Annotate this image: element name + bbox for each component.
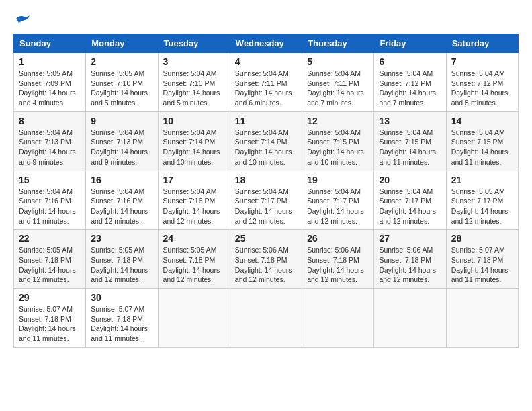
sunset-text: Sunset: 7:11 PM — [235, 79, 287, 87]
sunrise-text: Sunrise: 5:04 AM — [379, 69, 433, 77]
weekday-header-wednesday: Wednesday — [230, 34, 302, 53]
daylight-text: Daylight: 14 hours and 12 minutes. — [19, 266, 76, 284]
logo — [13, 13, 30, 27]
daylight-text: Daylight: 14 hours and 12 minutes. — [379, 266, 436, 284]
day-number: 6 — [379, 56, 441, 67]
sunset-text: Sunset: 7:17 PM — [307, 197, 359, 205]
sunrise-text: Sunrise: 5:07 AM — [451, 246, 505, 254]
calendar-cell — [446, 289, 518, 348]
daylight-text: Daylight: 14 hours and 10 minutes. — [163, 148, 220, 166]
day-number: 11 — [235, 116, 297, 126]
sunset-text: Sunset: 7:17 PM — [379, 197, 431, 205]
calendar-cell: 21 Sunrise: 5:05 AM Sunset: 7:17 PM Dayl… — [446, 171, 518, 230]
calendar-week-row: 8 Sunrise: 5:04 AM Sunset: 7:13 PM Dayli… — [14, 111, 519, 171]
sunrise-text: Sunrise: 5:04 AM — [307, 128, 361, 136]
calendar-cell: 24 Sunrise: 5:05 AM Sunset: 7:18 PM Dayl… — [158, 230, 230, 289]
sunset-text: Sunset: 7:16 PM — [163, 197, 216, 205]
weekday-header-saturday: Saturday — [446, 34, 518, 53]
daylight-text: Daylight: 14 hours and 12 minutes. — [91, 266, 148, 284]
day-info: Sunrise: 5:04 AM Sunset: 7:13 PM Dayligh… — [91, 128, 152, 167]
day-number: 3 — [163, 56, 225, 67]
daylight-text: Daylight: 14 hours and 12 minutes. — [307, 266, 364, 284]
sunset-text: Sunset: 7:15 PM — [451, 138, 504, 146]
sunset-text: Sunset: 7:18 PM — [235, 256, 287, 264]
day-number: 12 — [307, 116, 369, 126]
day-info: Sunrise: 5:04 AM Sunset: 7:10 PM Dayligh… — [163, 68, 225, 108]
sunrise-text: Sunrise: 5:04 AM — [235, 128, 289, 136]
day-info: Sunrise: 5:04 AM Sunset: 7:15 PM Dayligh… — [307, 128, 369, 167]
weekday-header-monday: Monday — [86, 34, 158, 53]
day-info: Sunrise: 5:04 AM Sunset: 7:12 PM Dayligh… — [379, 68, 441, 108]
sunrise-text: Sunrise: 5:04 AM — [163, 187, 217, 195]
weekday-header-row: SundayMondayTuesdayWednesdayThursdayFrid… — [14, 34, 519, 53]
calendar-cell: 5 Sunrise: 5:04 AM Sunset: 7:11 PM Dayli… — [302, 53, 374, 112]
daylight-text: Daylight: 14 hours and 10 minutes. — [307, 148, 364, 166]
day-number: 14 — [451, 116, 513, 126]
calendar-cell: 15 Sunrise: 5:04 AM Sunset: 7:16 PM Dayl… — [14, 171, 86, 230]
calendar-cell: 13 Sunrise: 5:04 AM Sunset: 7:15 PM Dayl… — [374, 111, 446, 171]
daylight-text: Daylight: 14 hours and 12 minutes. — [235, 266, 292, 284]
day-number: 19 — [307, 175, 369, 185]
calendar-cell: 12 Sunrise: 5:04 AM Sunset: 7:15 PM Dayl… — [302, 111, 374, 171]
sunrise-text: Sunrise: 5:06 AM — [379, 246, 433, 254]
sunrise-text: Sunrise: 5:04 AM — [235, 187, 289, 195]
day-number: 28 — [451, 233, 513, 244]
day-number: 22 — [19, 233, 81, 244]
day-info: Sunrise: 5:04 AM Sunset: 7:13 PM Dayligh… — [19, 128, 81, 167]
weekday-header-thursday: Thursday — [302, 34, 374, 53]
day-number: 9 — [91, 116, 152, 126]
daylight-text: Daylight: 14 hours and 11 minutes. — [451, 266, 508, 284]
daylight-text: Daylight: 14 hours and 12 minutes. — [451, 207, 508, 225]
sunrise-text: Sunrise: 5:07 AM — [19, 305, 73, 313]
sunset-text: Sunset: 7:18 PM — [163, 256, 216, 264]
day-number: 20 — [379, 175, 441, 185]
sunrise-text: Sunrise: 5:05 AM — [91, 246, 144, 254]
daylight-text: Daylight: 14 hours and 7 minutes. — [307, 89, 364, 107]
day-info: Sunrise: 5:05 AM Sunset: 7:18 PM Dayligh… — [91, 245, 152, 285]
sunrise-text: Sunrise: 5:06 AM — [307, 246, 361, 254]
calendar-cell: 3 Sunrise: 5:04 AM Sunset: 7:10 PM Dayli… — [158, 53, 230, 112]
sunset-text: Sunset: 7:16 PM — [19, 197, 71, 205]
daylight-text: Daylight: 14 hours and 6 minutes. — [235, 89, 292, 107]
calendar-cell: 23 Sunrise: 5:05 AM Sunset: 7:18 PM Dayl… — [86, 230, 158, 289]
sunrise-text: Sunrise: 5:04 AM — [163, 128, 217, 136]
daylight-text: Daylight: 14 hours and 10 minutes. — [235, 148, 292, 166]
day-info: Sunrise: 5:06 AM Sunset: 7:18 PM Dayligh… — [235, 245, 297, 285]
sunrise-text: Sunrise: 5:05 AM — [19, 69, 73, 77]
day-number: 29 — [19, 292, 81, 303]
daylight-text: Daylight: 14 hours and 12 minutes. — [91, 207, 148, 225]
calendar-cell: 29 Sunrise: 5:07 AM Sunset: 7:18 PM Dayl… — [14, 289, 86, 348]
sunset-text: Sunset: 7:14 PM — [163, 138, 216, 146]
sunset-text: Sunset: 7:15 PM — [307, 138, 359, 146]
day-info: Sunrise: 5:04 AM Sunset: 7:11 PM Dayligh… — [307, 68, 369, 108]
weekday-header-friday: Friday — [374, 34, 446, 53]
sunrise-text: Sunrise: 5:05 AM — [163, 246, 217, 254]
sunset-text: Sunset: 7:18 PM — [19, 256, 71, 264]
sunset-text: Sunset: 7:17 PM — [451, 197, 504, 205]
day-number: 26 — [307, 233, 369, 244]
day-number: 10 — [163, 116, 225, 126]
day-number: 1 — [19, 56, 81, 67]
daylight-text: Daylight: 14 hours and 11 minutes. — [379, 148, 436, 166]
sunrise-text: Sunrise: 5:04 AM — [19, 128, 73, 136]
daylight-text: Daylight: 14 hours and 9 minutes. — [91, 148, 148, 166]
day-number: 8 — [19, 116, 81, 126]
sunrise-text: Sunrise: 5:05 AM — [91, 69, 144, 77]
calendar-cell: 7 Sunrise: 5:04 AM Sunset: 7:12 PM Dayli… — [446, 53, 518, 112]
sunset-text: Sunset: 7:11 PM — [307, 79, 359, 87]
daylight-text: Daylight: 14 hours and 5 minutes. — [163, 89, 220, 107]
calendar-cell — [158, 289, 230, 348]
day-number: 23 — [91, 233, 152, 244]
day-info: Sunrise: 5:04 AM Sunset: 7:17 PM Dayligh… — [307, 187, 369, 226]
day-info: Sunrise: 5:05 AM Sunset: 7:18 PM Dayligh… — [19, 245, 81, 285]
sunset-text: Sunset: 7:17 PM — [235, 197, 287, 205]
calendar-cell: 4 Sunrise: 5:04 AM Sunset: 7:11 PM Dayli… — [230, 53, 302, 112]
daylight-text: Daylight: 14 hours and 9 minutes. — [19, 148, 76, 166]
calendar-week-row: 15 Sunrise: 5:04 AM Sunset: 7:16 PM Dayl… — [14, 171, 519, 230]
day-number: 21 — [451, 175, 513, 185]
sunrise-text: Sunrise: 5:04 AM — [379, 187, 433, 195]
calendar-week-row: 29 Sunrise: 5:07 AM Sunset: 7:18 PM Dayl… — [14, 289, 519, 348]
sunrise-text: Sunrise: 5:04 AM — [307, 69, 361, 77]
calendar-cell: 11 Sunrise: 5:04 AM Sunset: 7:14 PM Dayl… — [230, 111, 302, 171]
sunset-text: Sunset: 7:12 PM — [451, 79, 504, 87]
